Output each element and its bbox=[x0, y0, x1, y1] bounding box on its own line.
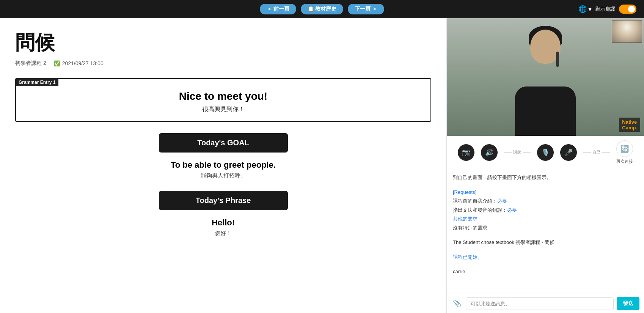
globe-icon: 🌐 bbox=[578, 5, 587, 13]
reconnect-icon: 🔄 bbox=[620, 145, 629, 153]
mic-slash-icon: 🎙️ bbox=[541, 148, 550, 157]
goal-english: To be able to greet people. bbox=[15, 160, 431, 170]
divider-teacher-label: 講師 bbox=[513, 149, 521, 155]
chat-send-button[interactable]: 發送 bbox=[617, 297, 639, 310]
toggle-slider bbox=[619, 5, 636, 14]
goal-chinese: 能夠與人打招呼。 bbox=[15, 172, 431, 179]
main-layout: 問候 初學者課程 2 ✅ 2021/09/27 13:00 Grammar En… bbox=[0, 18, 644, 313]
chat-line: 到自己的畫面，請按下畫面下方的相機圖示。 bbox=[453, 174, 638, 181]
top-nav: ＜ 前一頁 📋 教材歷史 下一頁 ＞ 🌐 ▾ 顯示翻譯 bbox=[0, 0, 644, 18]
next-page-button[interactable]: 下一頁 ＞ bbox=[348, 4, 384, 14]
goal-content: To be able to greet people. 能夠與人打招呼。 bbox=[15, 160, 431, 179]
language-dropdown-arrow: ▾ bbox=[588, 5, 592, 13]
chat-area: 到自己的畫面，請按下畫面下方的相機圖示。 [Requests] 課程前的自我介紹… bbox=[447, 169, 644, 294]
chat-textbook-line: The Student chose textbook 初學者課程 - 問候 bbox=[453, 239, 638, 246]
chat-text-input[interactable] bbox=[466, 297, 614, 310]
grammar-box: Grammar Entry 1 Nice to meet you! 很高興見到你… bbox=[15, 78, 431, 122]
headset-mic bbox=[556, 52, 559, 67]
mic-button[interactable]: 🎤 bbox=[560, 144, 577, 161]
chat-intro-link: 必要 bbox=[497, 198, 507, 204]
page-meta: 初學者課程 2 ✅ 2021/09/27 13:00 bbox=[15, 60, 431, 67]
chat-username: carrie bbox=[453, 268, 638, 275]
phrase-button[interactable]: Today's Phrase bbox=[159, 191, 288, 210]
reconnect-label: 再次連接 bbox=[616, 159, 633, 164]
person-body bbox=[515, 87, 576, 136]
history-button[interactable]: 📋 教材歷史 bbox=[301, 4, 344, 14]
divider-teacher: 講師 bbox=[504, 149, 531, 155]
ctrl-group-mic: 🎤 bbox=[560, 144, 577, 161]
mic-off-button[interactable]: 🎙️ bbox=[537, 144, 554, 161]
prev-page-button[interactable]: ＜ 前一頁 bbox=[260, 4, 296, 14]
grammar-chinese: 很高興見到你！ bbox=[24, 105, 423, 113]
video-controls: 📷 🔊 講師 🎙️ 🎤 自己 bbox=[447, 136, 644, 169]
divider-self-label: 自己 bbox=[592, 149, 601, 155]
ctrl-group-camera: 📷 bbox=[458, 144, 474, 161]
grammar-main: Nice to meet you! 很高興見到你！ bbox=[24, 90, 423, 113]
ctrl-group-reconnect: 🔄 再次連接 bbox=[616, 140, 633, 164]
camera-icon: 📷 bbox=[462, 148, 470, 157]
phrase-content: Hello! 您好！ bbox=[15, 218, 431, 237]
video-area: NativeCamp. bbox=[447, 18, 644, 136]
chat-attach-button[interactable]: 📎 bbox=[451, 298, 463, 309]
ctrl-group-speaker: 🔊 bbox=[481, 144, 498, 161]
goal-button[interactable]: Today's GOAL bbox=[159, 133, 288, 153]
chat-no-requests: 沒有特別的需求 bbox=[453, 224, 638, 232]
chat-other-requests: 其他的要求： bbox=[453, 215, 638, 223]
translate-label: 顯示翻譯 bbox=[595, 6, 615, 13]
chat-input-area: 📎 發送 bbox=[447, 294, 644, 313]
chat-course-started: 課程已開始。 bbox=[453, 253, 638, 261]
mic-icon: 🎤 bbox=[564, 148, 573, 157]
check-icon: ✅ bbox=[54, 60, 60, 66]
small-video bbox=[612, 20, 642, 43]
chat-requests-header: [Requests] bbox=[453, 189, 638, 196]
content-area: 問候 初學者課程 2 ✅ 2021/09/27 13:00 Grammar En… bbox=[0, 18, 447, 313]
small-video-inner bbox=[612, 20, 642, 42]
divider-self: 自己 bbox=[583, 149, 610, 155]
page-title: 問候 bbox=[15, 30, 431, 56]
reconnect-button[interactable]: 🔄 bbox=[616, 140, 633, 157]
chat-grammar-link: 必要 bbox=[507, 207, 517, 213]
meta-date: ✅ 2021/09/27 13:00 bbox=[54, 60, 104, 66]
grammar-label: Grammar Entry 1 bbox=[16, 79, 58, 86]
speaker-icon: 🔊 bbox=[485, 148, 493, 157]
nav-right-controls: 🌐 ▾ 顯示翻譯 bbox=[578, 5, 636, 14]
translate-toggle[interactable] bbox=[619, 5, 636, 14]
speaker-button[interactable]: 🔊 bbox=[481, 144, 498, 161]
meta-date-text: 2021/09/27 13:00 bbox=[62, 60, 104, 66]
chat-intro-line: 課程前的自我介紹：必要 bbox=[453, 197, 638, 205]
attach-icon: 📎 bbox=[453, 300, 461, 307]
meta-course: 初學者課程 2 bbox=[15, 60, 46, 67]
ctrl-group-mic-off: 🎙️ bbox=[537, 144, 554, 161]
language-button[interactable]: 🌐 ▾ bbox=[578, 5, 592, 13]
native-camp-badge: NativeCamp. bbox=[619, 118, 640, 132]
chat-grammar-line: 指出文法和發音的錯誤：必要 bbox=[453, 206, 638, 214]
right-sidebar: NativeCamp. 📷 🔊 講師 bbox=[447, 18, 644, 313]
camera-button[interactable]: 📷 bbox=[458, 144, 474, 161]
phrase-english: Hello! bbox=[15, 218, 431, 228]
grammar-english: Nice to meet you! bbox=[24, 90, 423, 102]
phrase-chinese: 您好！ bbox=[15, 230, 431, 237]
